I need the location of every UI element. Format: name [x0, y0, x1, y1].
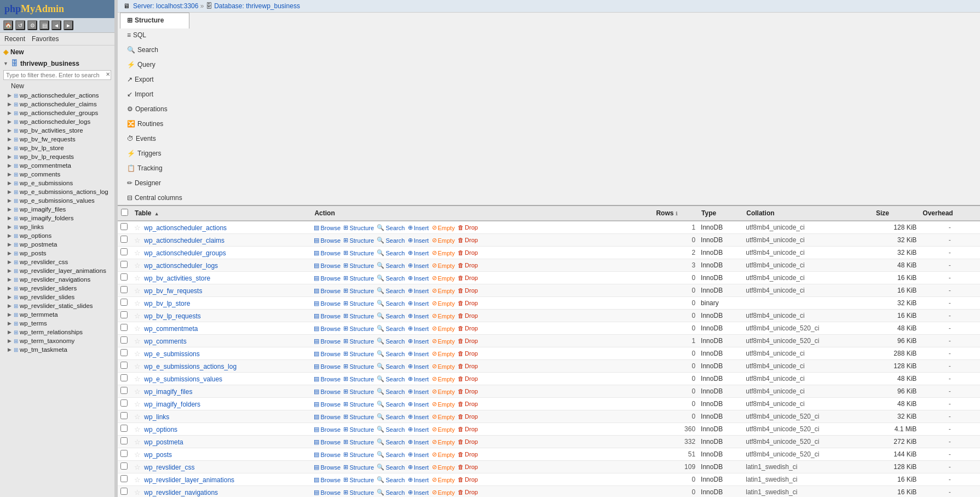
drop-btn-7[interactable]: 🗑 Drop: [458, 312, 478, 319]
structure-btn-7[interactable]: ⊞ Structure: [343, 312, 374, 319]
empty-btn-19[interactable]: ⊘ Empty: [432, 464, 455, 471]
table-name-link-15[interactable]: wp_links: [144, 413, 169, 421]
drop-btn-20[interactable]: 🗑 Drop: [458, 476, 478, 483]
structure-btn-15[interactable]: ⊞ Structure: [343, 413, 374, 420]
insert-btn-19[interactable]: ⊕ Insert: [408, 464, 429, 471]
empty-btn-13[interactable]: ⊘ Empty: [432, 388, 455, 395]
sidebar-table-item[interactable]: ▶ ⊞ wp_terms: [0, 319, 114, 328]
sidebar-db-item[interactable]: ▼ 🗄 thrivewp_business: [0, 58, 114, 69]
table-name-link-21[interactable]: wp_revslider_navigations: [144, 489, 218, 496]
sidebar-table-item[interactable]: ▶ ⊞ wp_revslider_sliders: [0, 284, 114, 293]
browse-btn-12[interactable]: ▤ Browse: [314, 375, 341, 382]
empty-btn-7[interactable]: ⊘ Empty: [432, 312, 455, 319]
sidebar-table-item[interactable]: ▶ ⊞ wp_actionscheduler_actions: [0, 91, 114, 100]
browse-btn-13[interactable]: ▤ Browse: [314, 388, 341, 395]
row-star-14[interactable]: ☆: [134, 400, 141, 408]
search-btn-15[interactable]: 🔍 Search: [377, 413, 405, 420]
db-link[interactable]: Database: thrivewp_business: [214, 2, 300, 10]
tab-import[interactable]: ↙Import: [120, 87, 189, 101]
empty-btn-12[interactable]: ⊘ Empty: [432, 375, 455, 382]
row-checkbox-20[interactable]: [120, 475, 128, 482]
table-name-link-6[interactable]: wp_bv_lp_store: [144, 300, 190, 307]
table-header-overhead[interactable]: Overhead: [919, 206, 980, 221]
structure-btn-1[interactable]: ⊞ Structure: [343, 237, 374, 244]
sidebar-table-item[interactable]: ▶ ⊞ wp_revslider_css: [0, 258, 114, 266]
sidebar-table-item[interactable]: ▶ ⊞ wp_term_taxonomy: [0, 336, 114, 345]
drop-btn-0[interactable]: 🗑 Drop: [458, 224, 478, 231]
row-checkbox-0[interactable]: [120, 223, 128, 230]
browse-btn-1[interactable]: ▤ Browse: [314, 237, 341, 244]
structure-btn-21[interactable]: ⊞ Structure: [343, 489, 374, 496]
row-star-12[interactable]: ☆: [134, 375, 141, 383]
search-btn-16[interactable]: 🔍 Search: [377, 426, 405, 433]
structure-btn-12[interactable]: ⊞ Structure: [343, 375, 374, 382]
search-btn-4[interactable]: 🔍 Search: [377, 275, 405, 282]
drop-btn-21[interactable]: 🗑 Drop: [458, 489, 478, 495]
search-btn-1[interactable]: 🔍 Search: [377, 237, 405, 244]
structure-btn-2[interactable]: ⊞ Structure: [343, 249, 374, 256]
empty-btn-0[interactable]: ⊘ Empty: [432, 224, 455, 231]
browse-btn-0[interactable]: ▤ Browse: [314, 224, 341, 231]
drop-btn-9[interactable]: 🗑 Drop: [458, 338, 478, 344]
table-name-link-10[interactable]: wp_e_submissions: [144, 350, 199, 358]
browse-btn-2[interactable]: ▤ Browse: [314, 249, 341, 256]
sidebar-table-item[interactable]: ▶ ⊞ wp_bv_lp_requests: [0, 152, 114, 161]
drop-btn-4[interactable]: 🗑 Drop: [458, 275, 478, 281]
structure-btn-17[interactable]: ⊞ Structure: [343, 438, 374, 445]
drop-btn-15[interactable]: 🗑 Drop: [458, 413, 478, 420]
search-btn-9[interactable]: 🔍 Search: [377, 338, 405, 345]
structure-btn-6[interactable]: ⊞ Structure: [343, 300, 374, 307]
sidebar-table-item[interactable]: ▶ ⊞ wp_term_relationships: [0, 328, 114, 336]
row-star-15[interactable]: ☆: [134, 413, 141, 421]
search-btn-21[interactable]: 🔍 Search: [377, 489, 405, 496]
sidebar-table-item[interactable]: ▶ ⊞ wp_actionscheduler_groups: [0, 108, 114, 117]
browse-btn-7[interactable]: ▤ Browse: [314, 312, 341, 319]
sidebar-table-item[interactable]: ▶ ⊞ wp_links: [0, 222, 114, 231]
structure-btn-5[interactable]: ⊞ Structure: [343, 287, 374, 294]
structure-btn-4[interactable]: ⊞ Structure: [343, 275, 374, 282]
insert-btn-7[interactable]: ⊕ Insert: [408, 312, 429, 319]
empty-btn-18[interactable]: ⊘ Empty: [432, 451, 455, 458]
row-star-2[interactable]: ☆: [134, 249, 141, 257]
tab-triggers[interactable]: ⚡Triggers: [120, 146, 189, 161]
sidebar-table-item[interactable]: ▶ ⊞ wp_revslider_slides: [0, 293, 114, 301]
insert-btn-9[interactable]: ⊕ Insert: [408, 338, 429, 345]
row-star-5[interactable]: ☆: [134, 287, 141, 295]
row-checkbox-17[interactable]: [120, 437, 128, 444]
table-name-link-3[interactable]: wp_actionscheduler_logs: [144, 262, 218, 270]
favorites-link[interactable]: Favorites: [32, 35, 59, 43]
empty-btn-9[interactable]: ⊘ Empty: [432, 338, 455, 345]
row-star-10[interactable]: ☆: [134, 350, 141, 358]
table-name-link-12[interactable]: wp_e_submissions_values: [144, 375, 222, 383]
settings-icon[interactable]: ⚙: [27, 20, 37, 30]
row-star-19[interactable]: ☆: [134, 463, 141, 471]
sidebar-table-item[interactable]: ▶ ⊞ wp_actionscheduler_logs: [0, 117, 114, 126]
structure-btn-16[interactable]: ⊞ Structure: [343, 426, 374, 433]
insert-btn-0[interactable]: ⊕ Insert: [408, 224, 429, 231]
row-star-20[interactable]: ☆: [134, 476, 141, 484]
sidebar-table-item[interactable]: ▶ ⊞ wp_e_submissions: [0, 179, 114, 187]
structure-btn-3[interactable]: ⊞ Structure: [343, 262, 374, 269]
browse-btn-16[interactable]: ▤ Browse: [314, 426, 341, 433]
tab-routines[interactable]: 🔀Routines: [120, 116, 189, 131]
row-star-6[interactable]: ☆: [134, 299, 141, 307]
tab-tracking[interactable]: 📋Tracking: [120, 161, 189, 175]
insert-btn-14[interactable]: ⊕ Insert: [408, 401, 429, 408]
drop-btn-19[interactable]: 🗑 Drop: [458, 464, 478, 470]
tab-structure[interactable]: ⊞Structure: [120, 13, 189, 28]
row-star-11[interactable]: ☆: [134, 362, 141, 370]
table-name-link-14[interactable]: wp_imagify_folders: [144, 401, 200, 408]
drop-btn-2[interactable]: 🗑 Drop: [458, 249, 478, 256]
tab-events[interactable]: ⏱Events: [120, 131, 189, 146]
row-star-13[interactable]: ☆: [134, 387, 141, 396]
drop-btn-3[interactable]: 🗑 Drop: [458, 262, 478, 269]
row-star-4[interactable]: ☆: [134, 274, 141, 282]
tab-designer[interactable]: ✏Designer: [120, 175, 189, 190]
sidebar-table-item[interactable]: ▶ ⊞ wp_revslider_navigations: [0, 275, 114, 284]
search-btn-18[interactable]: 🔍 Search: [377, 451, 405, 458]
browse-btn-14[interactable]: ▤ Browse: [314, 401, 341, 408]
browse-btn-17[interactable]: ▤ Browse: [314, 438, 341, 445]
row-star-3[interactable]: ☆: [134, 261, 141, 270]
drop-btn-11[interactable]: 🗑 Drop: [458, 363, 478, 369]
insert-btn-10[interactable]: ⊕ Insert: [408, 350, 429, 357]
